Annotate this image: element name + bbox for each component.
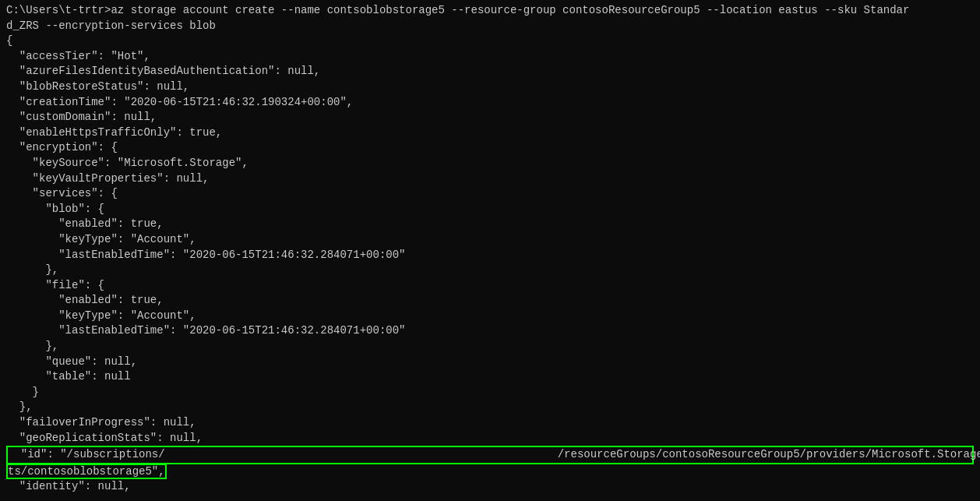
output-encryption-close: }, xyxy=(6,400,974,415)
terminal-window: C:\Users\t-trtr>az storage account creat… xyxy=(0,0,980,501)
output-queue: "queue": null, xyxy=(6,355,974,370)
output-creationtime: "creationTime": "2020-06-15T21:46:32.190… xyxy=(6,95,974,111)
output-services-open: "services": { xyxy=(6,186,974,202)
output-file-close: }, xyxy=(6,339,974,355)
output-file-keytype: "keyType": "Account", xyxy=(6,309,974,324)
output-services-close: } xyxy=(6,385,974,400)
output-file-open: "file": { xyxy=(6,278,974,294)
output-georeplication: "geoReplicationStats": null, xyxy=(6,431,974,446)
output-file-enabled: "enabled": true, xyxy=(6,293,974,309)
output-accesstier: "accessTier": "Hot", xyxy=(6,49,974,65)
output-blob-keytype: "keyType": "Account", xyxy=(6,232,974,248)
output-blob-open: "blob": { xyxy=(6,202,974,217)
output-identity: "identity": null, xyxy=(6,479,974,495)
output-enablehttps: "enableHttpsTrafficOnly": true, xyxy=(6,125,974,141)
id-line-highlighted: "id": "/subscriptions/ /resourceGroups/c… xyxy=(6,446,974,464)
storage-name-highlighted: ts/contosoblobstorage5", xyxy=(6,464,167,479)
command-line: C:\Users\t-trtr>az storage account creat… xyxy=(6,3,974,19)
output-keyvaultprops: "keyVaultProperties": null, xyxy=(6,171,974,187)
output-blob-lastenabled: "lastEnabledTime": "2020-06-15T21:46:32.… xyxy=(6,248,974,263)
output-file-lastenabled: "lastEnabledTime": "2020-06-15T21:46:32.… xyxy=(6,323,974,339)
output-keysource: "keySource": "Microsoft.Storage", xyxy=(6,156,974,171)
output-blob-close: }, xyxy=(6,263,974,278)
output-azurefiles: "azureFilesIdentityBasedAuthentication":… xyxy=(6,64,974,79)
output-table: "table": null xyxy=(6,369,974,385)
output-blobrestore: "blobRestoreStatus": null, xyxy=(6,79,974,95)
output-encryption-open: "encryption": { xyxy=(6,140,974,156)
command-line-wrap: d_ZRS --encryption-services blob xyxy=(6,19,974,34)
output-customdomain: "customDomain": null, xyxy=(6,110,974,125)
output-line-brace-open: { xyxy=(6,34,974,49)
output-failover: "failoverInProgress": null, xyxy=(6,415,974,431)
output-id-line2: ts/contosoblobstorage5", xyxy=(6,464,974,480)
output-blob-enabled: "enabled": true, xyxy=(6,217,974,232)
